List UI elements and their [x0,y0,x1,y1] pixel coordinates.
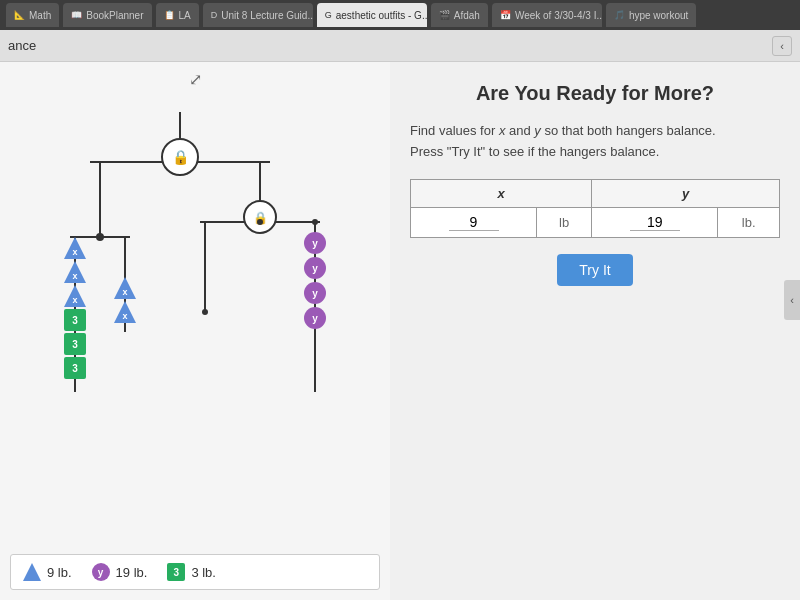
weight-3-3: 3 [64,357,86,379]
x-blocks-left: x x x 3 3 3 [64,237,86,379]
nav-bar-right: ‹ [772,36,792,56]
tab-la-icon: 📋 [164,10,175,20]
page-body: ⤢ 🔒 [0,62,800,600]
left-panel: ⤢ 🔒 [0,62,390,600]
weight-y-2: y [304,257,326,279]
balance-table: x y lb [410,179,780,238]
tab-hype-icon: 🎵 [614,10,625,20]
x-input[interactable] [449,214,499,231]
legend-3: 3 3 lb. [167,563,216,581]
weight-x-1: x [64,237,86,259]
legend-y-icon: y [92,563,110,581]
tab-afdah-icon: 🎬 [439,10,450,20]
instructions: Find values for x and y so that both han… [410,121,780,163]
sidebar-collapse-arrow[interactable]: ‹ [784,280,800,320]
tab-hype[interactable]: 🎵 hype workout [606,3,696,27]
page-title: Are You Ready for More? [410,82,780,105]
tab-bookplanner[interactable]: 📖 BookPlanner [63,3,151,27]
y-input[interactable] [630,214,680,231]
legend: 9 lb. y 19 lb. 3 3 lb. [10,554,380,590]
x-blocks-middle: x x [114,277,136,323]
legend-x-label: 9 lb. [47,565,72,580]
tab-bookplanner-icon: 📖 [71,10,82,20]
y-input-group [602,214,707,231]
browser-tab-bar: 📐 Math 📖 BookPlanner 📋 LA D Unit 8 Lectu… [0,0,800,30]
table-row: lb lb. [411,207,780,237]
x-unit-cell: lb [537,207,592,237]
table-header-y: y [592,179,780,207]
x-value-cell [411,207,537,237]
right-panel: Are You Ready for More? Find values for … [390,62,800,600]
weight-y-4: y [304,307,326,329]
svg-point-17 [312,219,318,225]
tab-afdah-label: Afdah [454,10,480,21]
legend-3-label: 3 lb. [191,565,216,580]
tab-math[interactable]: 📐 Math [6,3,59,27]
legend-x-icon [23,563,41,581]
collapse-button[interactable]: ‹ [772,36,792,56]
tab-afdah[interactable]: 🎬 Afdah [431,3,488,27]
tab-outfits[interactable]: G aesthetic outfits - G... [317,3,427,27]
weight-y-1: y [304,232,326,254]
try-it-button[interactable]: Try It [557,254,632,286]
tab-week-icon: 📅 [500,10,511,20]
svg-point-16 [202,309,208,315]
tab-la[interactable]: 📋 LA [156,3,199,27]
tab-math-icon: 📐 [14,10,25,20]
tab-hype-label: hype workout [629,10,688,21]
y-unit-cell: lb. [718,207,780,237]
instructions-line2: Press "Try It" to see if the hangers bal… [410,142,780,163]
tab-unit8[interactable]: D Unit 8 Lecture Guid... [203,3,313,27]
tab-week-label: Week of 3/30-4/3 I... [515,10,602,21]
hanger-svg: 🔒 🔒 [10,102,350,457]
y-value-cell [592,207,718,237]
tab-unit8-label: Unit 8 Lecture Guid... [221,10,313,21]
weight-x-mid-2: x [114,301,136,323]
x-input-group [421,214,526,231]
legend-x: 9 lb. [23,563,72,581]
legend-y: y 19 lb. [92,563,148,581]
weight-y-3: y [304,282,326,304]
weight-3-2: 3 [64,333,86,355]
content-area: ance ‹ ⤢ 🔒 [0,30,800,600]
tab-la-label: LA [179,10,191,21]
svg-point-15 [257,219,263,225]
instructions-line1: Find values for x and y so that both han… [410,121,780,142]
tab-bookplanner-label: BookPlanner [86,10,143,21]
tab-outfits-label: aesthetic outfits - G... [336,10,427,21]
weight-x-mid-1: x [114,277,136,299]
tab-math-label: Math [29,10,51,21]
nav-bar-label: ance [8,38,36,53]
weight-x-3: x [64,285,86,307]
tab-week[interactable]: 📅 Week of 3/30-4/3 I... [492,3,602,27]
legend-y-label: 19 lb. [116,565,148,580]
tab-unit8-icon: D [211,10,218,20]
expand-icon[interactable]: ⤢ [189,70,202,89]
hanger-diagram: 🔒 🔒 [10,102,350,462]
tab-outfits-icon: G [325,10,332,20]
nav-bar: ance ‹ [0,30,800,62]
weight-3-1: 3 [64,309,86,331]
svg-text:🔒: 🔒 [172,149,190,166]
weight-x-2: x [64,261,86,283]
table-header-x: x [411,179,592,207]
y-blocks: y y y y [304,232,326,329]
legend-3-icon: 3 [167,563,185,581]
